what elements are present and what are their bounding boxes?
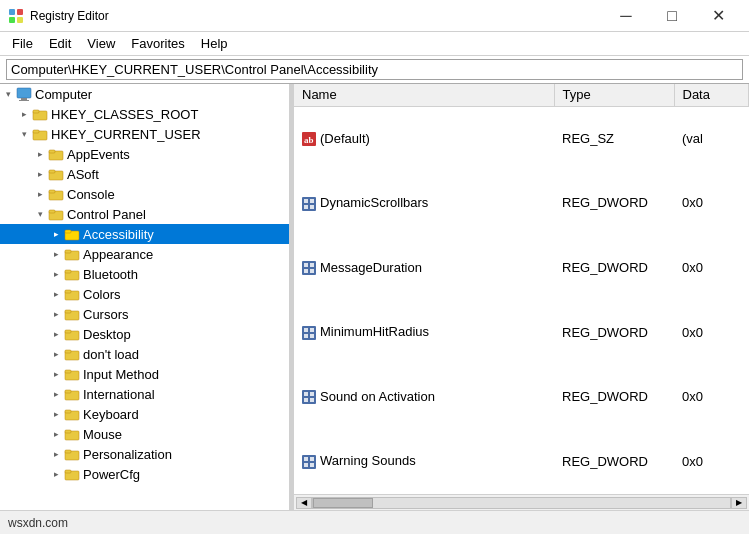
tree-wrapper: ▾ Computer▸ HKEY_CLASSES_ROOT▾ HKEY_CURR…: [0, 84, 289, 510]
table-row[interactable]: Warning SoundsREG_DWORD0x0: [294, 429, 749, 494]
folder-icon-hkey-classes: [32, 106, 48, 122]
svg-rect-50: [304, 205, 308, 209]
folder-icon-appevents: [48, 146, 64, 162]
tree-label-cursors: Cursors: [83, 307, 129, 322]
folder-icon-keyboard: [64, 406, 80, 422]
table-row[interactable]: DynamicScrollbarsREG_DWORD0x0: [294, 171, 749, 236]
folder-icon-console: [48, 186, 64, 202]
expand-icon-bluetooth[interactable]: ▸: [48, 266, 64, 282]
tree-item-asoft[interactable]: ▸ ASoft: [0, 164, 289, 184]
cell-type: REG_DWORD: [554, 300, 674, 365]
svg-rect-36: [65, 390, 71, 393]
tree-item-international[interactable]: ▸ International: [0, 384, 289, 404]
tree-item-powercfg[interactable]: ▸ PowerCfg: [0, 464, 289, 484]
horizontal-scrollbar[interactable]: ◀ ▶: [294, 494, 749, 510]
tree-item-accessibility[interactable]: ▸ Accessibility: [0, 224, 289, 244]
tree-item-control-panel[interactable]: ▾ Control Panel: [0, 204, 289, 224]
folder-icon-computer: [16, 86, 32, 102]
expand-icon-console[interactable]: ▸: [32, 186, 48, 202]
svg-rect-1: [17, 9, 23, 15]
expand-icon-inputmethod[interactable]: ▸: [48, 366, 64, 382]
col-type[interactable]: Type: [554, 84, 674, 106]
svg-rect-42: [65, 450, 71, 453]
col-name[interactable]: Name: [294, 84, 554, 106]
svg-rect-71: [310, 463, 314, 467]
col-data[interactable]: Data: [674, 84, 749, 106]
expand-icon-powercfg[interactable]: ▸: [48, 466, 64, 482]
tree-item-cursors[interactable]: ▸ Cursors: [0, 304, 289, 324]
expand-icon-appevents[interactable]: ▸: [32, 146, 48, 162]
address-input[interactable]: [6, 59, 743, 80]
tree-label-computer: Computer: [35, 87, 92, 102]
cell-type: REG_DWORD: [554, 364, 674, 429]
folder-icon-bluetooth: [64, 266, 80, 282]
scroll-thumb[interactable]: [313, 498, 373, 508]
minimize-button[interactable]: ─: [603, 0, 649, 32]
table-header: Name Type Data: [294, 84, 749, 106]
tree-item-personalization[interactable]: ▸ Personalization: [0, 444, 289, 464]
expand-icon-mouse[interactable]: ▸: [48, 426, 64, 442]
cell-name: MessageDuration: [294, 235, 554, 300]
tree-item-console[interactable]: ▸ Console: [0, 184, 289, 204]
expand-icon-control-panel[interactable]: ▾: [32, 206, 48, 222]
tree-label-appevents: AppEvents: [67, 147, 130, 162]
expand-icon-keyboard[interactable]: ▸: [48, 406, 64, 422]
expand-icon-international[interactable]: ▸: [48, 386, 64, 402]
expand-icon-personalization[interactable]: ▸: [48, 446, 64, 462]
cell-data: 0x0: [674, 429, 749, 494]
menu-item-edit[interactable]: Edit: [41, 34, 79, 53]
tree-item-colors[interactable]: ▸ Colors: [0, 284, 289, 304]
right-panel: Name Type Data ab (Default)REG_SZ(val Dy…: [294, 84, 749, 510]
tree-item-hkey-classes[interactable]: ▸ HKEY_CLASSES_ROOT: [0, 104, 289, 124]
tree-panel[interactable]: ▾ Computer▸ HKEY_CLASSES_ROOT▾ HKEY_CURR…: [0, 84, 290, 510]
table-row[interactable]: MessageDurationREG_DWORD0x0: [294, 235, 749, 300]
expand-icon-hkey-current[interactable]: ▾: [16, 126, 32, 142]
expand-icon-asoft[interactable]: ▸: [32, 166, 48, 182]
svg-rect-0: [9, 9, 15, 15]
tree-item-computer[interactable]: ▾ Computer: [0, 84, 289, 104]
maximize-button[interactable]: □: [649, 0, 695, 32]
tree-item-inputmethod[interactable]: ▸ Input Method: [0, 364, 289, 384]
expand-icon-desktop[interactable]: ▸: [48, 326, 64, 342]
svg-rect-6: [19, 100, 29, 101]
tree-item-hkey-current[interactable]: ▾ HKEY_CURRENT_USER: [0, 124, 289, 144]
table-row[interactable]: MinimumHitRadiusREG_DWORD0x0: [294, 300, 749, 365]
expand-icon-colors[interactable]: ▸: [48, 286, 64, 302]
scroll-left-arrow[interactable]: ◀: [296, 497, 312, 509]
scroll-track[interactable]: [312, 497, 731, 509]
close-button[interactable]: ✕: [695, 0, 741, 32]
scroll-right-arrow[interactable]: ▶: [731, 497, 747, 509]
expand-icon-dontload[interactable]: ▸: [48, 346, 64, 362]
svg-rect-24: [65, 270, 71, 273]
tree-label-international: International: [83, 387, 155, 402]
table-row[interactable]: ab (Default)REG_SZ(val: [294, 106, 749, 171]
svg-rect-26: [65, 290, 71, 293]
registry-table: Name Type Data ab (Default)REG_SZ(val Dy…: [294, 84, 749, 494]
app-icon: [8, 8, 24, 24]
tree-item-keyboard[interactable]: ▸ Keyboard: [0, 404, 289, 424]
svg-rect-60: [304, 334, 308, 338]
menu-item-view[interactable]: View: [79, 34, 123, 53]
tree-item-desktop[interactable]: ▸ Desktop: [0, 324, 289, 344]
table-row[interactable]: Sound on ActivationREG_DWORD0x0: [294, 364, 749, 429]
menu-item-favorites[interactable]: Favorites: [123, 34, 192, 53]
tree-item-mouse[interactable]: ▸ Mouse: [0, 424, 289, 444]
svg-rect-18: [49, 210, 55, 213]
svg-rect-14: [49, 170, 55, 173]
tree-item-bluetooth[interactable]: ▸ Bluetooth: [0, 264, 289, 284]
status-text: wsxdn.com: [8, 516, 68, 530]
svg-rect-55: [304, 269, 308, 273]
expand-icon-computer[interactable]: ▾: [0, 86, 16, 102]
tree-item-appevents[interactable]: ▸ AppEvents: [0, 144, 289, 164]
tree-label-console: Console: [67, 187, 115, 202]
menu-item-file[interactable]: File: [4, 34, 41, 53]
tree-item-dontload[interactable]: ▸ don't load: [0, 344, 289, 364]
expand-icon-appearance[interactable]: ▸: [48, 246, 64, 262]
tree-label-hkey-current: HKEY_CURRENT_USER: [51, 127, 201, 142]
menu-item-help[interactable]: Help: [193, 34, 236, 53]
expand-icon-hkey-classes[interactable]: ▸: [16, 106, 32, 122]
tree-item-appearance[interactable]: ▸ Appearance: [0, 244, 289, 264]
expand-icon-cursors[interactable]: ▸: [48, 306, 64, 322]
expand-icon-accessibility[interactable]: ▸: [48, 226, 64, 242]
svg-rect-48: [304, 199, 308, 203]
